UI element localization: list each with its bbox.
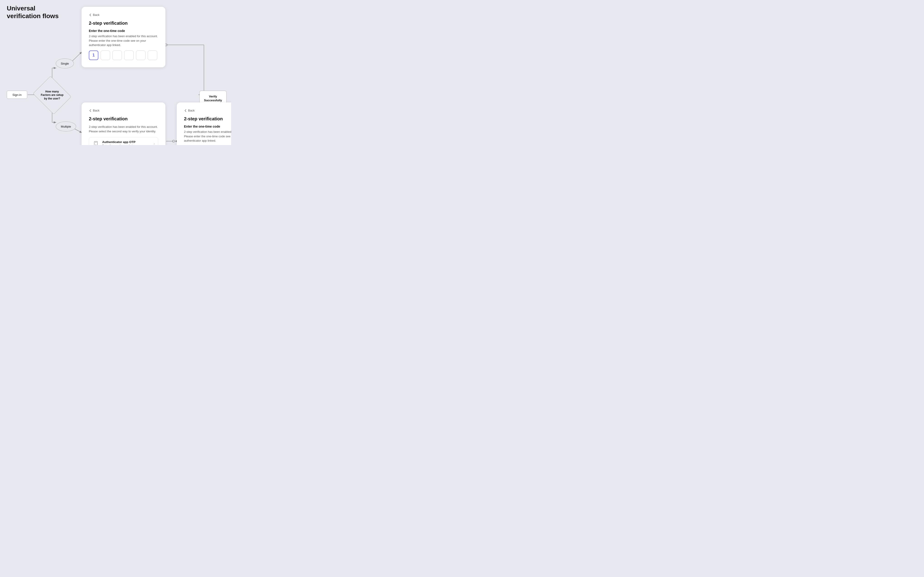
otp-box-2[interactable]: [101, 50, 110, 60]
card-top-desc: 2-step verification has been enabled for…: [89, 34, 158, 47]
card-br-desc: 2-step verification has been enabled for…: [184, 130, 231, 143]
otp-box-1[interactable]: 1: [89, 50, 98, 60]
otp-box-5[interactable]: [136, 50, 145, 60]
authenticator-icon: [92, 140, 100, 145]
otp-box-6[interactable]: [148, 50, 157, 60]
page-title: Universal verification flows: [7, 5, 59, 20]
card-bl-title: 2-step verification: [89, 116, 158, 121]
svg-point-14: [172, 140, 175, 142]
diamond-shape: How manyFactors are setupby the user?: [36, 82, 68, 109]
svg-point-18: [96, 145, 96, 145]
otp-label-top: Enter the one-time code: [89, 29, 158, 33]
otp-box-4[interactable]: [124, 50, 134, 60]
multiple-label: Multiple: [56, 121, 76, 131]
card-single-factor: Back 2-step verification Enter the one-t…: [82, 7, 166, 67]
back-icon-br: [184, 109, 187, 112]
back-button-bl[interactable]: Back: [89, 109, 158, 112]
otp-label-br: Enter the one-time code: [184, 125, 231, 128]
method-list: Authenticator app OTP Enter the one-time…: [89, 137, 158, 145]
back-button-top[interactable]: Back: [89, 13, 158, 16]
auth-otp-title: Authenticator app OTP: [102, 140, 139, 144]
single-label: Single: [56, 58, 74, 68]
auth-otp-sub: Enter the one-time code in app: [102, 144, 139, 145]
card-bl-desc: 2-step verification has been enabled for…: [89, 125, 158, 134]
otp-box-3[interactable]: [113, 50, 122, 60]
otp-row-top: 1: [89, 50, 158, 60]
card-br-title: 2-step verification: [184, 116, 231, 121]
card-top-title: 2-step verification: [89, 21, 158, 26]
signin-box: Sign-in: [7, 91, 27, 99]
back-icon-top: [89, 13, 92, 16]
back-icon-bl: [89, 109, 92, 112]
auth-otp-chevron: ›: [154, 142, 155, 145]
method-authenticator-otp[interactable]: Authenticator app OTP Enter the one-time…: [89, 137, 158, 145]
card-multi-otp: Back 2-step verification Enter the one-t…: [177, 102, 231, 145]
card-multi-select: Back 2-step verification 2-step verifica…: [82, 102, 166, 145]
back-button-br[interactable]: Back: [184, 109, 231, 112]
